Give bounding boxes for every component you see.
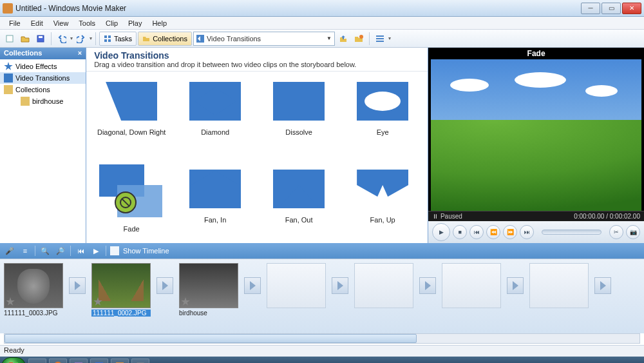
empty-clip-slot[interactable] (442, 263, 501, 308)
menu-tools[interactable]: Tools (73, 18, 100, 28)
status-bar: Ready (0, 345, 644, 357)
taskbar-app2[interactable] (131, 358, 149, 363)
show-timeline-button[interactable]: Show Timeline (123, 247, 169, 255)
collections-button[interactable]: Collections (138, 32, 192, 46)
transition-item[interactable]: Diagonal, Down Right (93, 77, 170, 162)
effects-star-icon[interactable] (93, 297, 102, 306)
tree-video-effects[interactable]: Video Effects (0, 61, 86, 72)
taskbar-app[interactable] (70, 358, 88, 363)
prev-button[interactable]: ⏮ (469, 225, 484, 239)
up-level-button[interactable] (336, 32, 350, 46)
location-dropdown[interactable]: Video Transitions ▼ (193, 32, 335, 46)
forward-button[interactable]: ⏩ (503, 225, 517, 239)
preview-status-bar: ⏸ Paused 0:00:00.00 / 0:00:02.00 (428, 211, 644, 221)
undo-button[interactable] (55, 32, 69, 46)
effects-star-icon[interactable] (181, 297, 190, 306)
play-storyboard-button[interactable]: ▶ (90, 245, 102, 257)
taskbar-moviemaker[interactable] (111, 358, 129, 363)
svg-rect-4 (108, 35, 111, 38)
menu-view[interactable]: View (48, 18, 74, 28)
transition-item[interactable]: Fan, In (176, 164, 254, 243)
zoom-in-button[interactable]: 🔍 (39, 245, 51, 257)
preview-title: Fade (428, 48, 644, 59)
folder-icon (4, 85, 13, 94)
clip-thumb[interactable] (4, 263, 63, 308)
rewind-button[interactable]: ⏪ (486, 225, 500, 239)
transitions-icon (196, 35, 204, 43)
transition-cell[interactable] (66, 263, 89, 308)
seek-bar[interactable] (542, 230, 601, 235)
timeline-icon (110, 246, 119, 255)
transition-item[interactable]: Diamond (176, 77, 254, 162)
transition-item-fade[interactable]: Fade (93, 164, 170, 243)
empty-clip-slot[interactable] (267, 263, 326, 308)
dropdown-value: Video Transitions (207, 35, 261, 43)
minimize-button[interactable]: ─ (581, 3, 600, 14)
transition-cell[interactable] (416, 263, 439, 308)
split-button[interactable]: ✂ (609, 225, 623, 239)
rewind-storyboard-button[interactable]: ⏮ (75, 245, 86, 257)
zoom-out-button[interactable]: 🔎 (55, 245, 66, 257)
storyboard-scrollbar[interactable] (4, 333, 640, 344)
svg-rect-10 (376, 38, 384, 39)
new-folder-button[interactable] (352, 32, 366, 46)
toolbar: ▾ ▾ Tasks Collections Video Transitions … (0, 30, 644, 48)
clip-thumb[interactable] (91, 263, 151, 308)
storyboard-clip[interactable]: 111111_0002.JPG (91, 263, 151, 317)
storyboard[interactable]: 111111_0003.JPG 111111_0002.JPG birdhous… (0, 259, 644, 333)
narrate-button[interactable]: 🎤 (4, 245, 15, 257)
preview-video[interactable] (431, 59, 641, 211)
taskbar-firefox[interactable] (49, 358, 67, 363)
transition-item[interactable]: Fan, Out (260, 164, 337, 243)
next-button[interactable]: ⏭ (520, 225, 534, 239)
svg-rect-5 (104, 39, 107, 42)
pause-icon: ⏸ (432, 213, 439, 220)
tasks-button[interactable]: Tasks (99, 32, 137, 46)
menu-help[interactable]: Help (147, 18, 172, 28)
new-project-button[interactable] (3, 32, 17, 46)
transition-item[interactable]: Fan, Up (344, 164, 421, 243)
star-icon (4, 62, 13, 71)
menu-clip[interactable]: Clip (100, 18, 123, 28)
preview-monitor: Fade ⏸ Paused 0:00:00.00 / 0:00:02.00 ▶ … (428, 48, 644, 243)
save-button[interactable] (33, 32, 48, 46)
transition-cell[interactable] (328, 263, 352, 308)
taskbar-explorer[interactable] (28, 358, 46, 363)
sidebar-close-button[interactable]: × (78, 49, 82, 58)
storyboard-clip[interactable]: 111111_0003.JPG (4, 263, 63, 317)
play-button[interactable]: ▶ (432, 223, 450, 241)
storyboard-clip[interactable]: birdhouse (179, 263, 238, 317)
maximize-button[interactable]: ▭ (601, 3, 621, 14)
clip-thumb[interactable] (179, 263, 238, 308)
tree-collections[interactable]: Collections (0, 84, 86, 95)
effects-star-icon[interactable] (6, 297, 15, 306)
transition-cell[interactable] (504, 263, 527, 308)
views-button[interactable] (373, 32, 387, 46)
tree-video-transitions[interactable]: Video Transitions (0, 72, 86, 84)
transition-item[interactable]: Eye (344, 77, 421, 162)
storyboard-toolbar: 🎤 ≡ 🔍 🔎 ⏮ ▶ Show Timeline (0, 243, 644, 259)
chevron-down-icon: ▼ (327, 35, 332, 41)
empty-clip-slot[interactable] (529, 263, 589, 308)
redo-button[interactable] (74, 32, 88, 46)
titlebar: Untitled - Windows Movie Maker ─ ▭ ✕ (0, 0, 644, 17)
taskbar-word[interactable]: W (90, 358, 108, 363)
svg-rect-11 (376, 41, 384, 42)
menu-file[interactable]: File (4, 18, 26, 28)
open-project-button[interactable] (18, 32, 32, 46)
tree-birdhouse[interactable]: birdhouse (0, 95, 86, 107)
menu-edit[interactable]: Edit (26, 18, 48, 28)
transition-cell[interactable] (153, 263, 176, 308)
transition-cell[interactable] (241, 263, 264, 308)
transition-cell[interactable] (591, 263, 614, 308)
menu-play[interactable]: Play (123, 18, 147, 28)
start-button[interactable] (1, 357, 26, 363)
empty-clip-slot[interactable] (354, 263, 413, 308)
transition-item[interactable]: Dissolve (260, 77, 337, 162)
preview-timecode: 0:00:00.00 / 0:00:02.00 (574, 213, 640, 220)
close-button[interactable]: ✕ (622, 3, 641, 14)
sidebar-header: Collections × (0, 48, 86, 59)
audio-levels-button[interactable]: ≡ (19, 245, 31, 257)
stop-button[interactable]: ■ (453, 225, 467, 239)
snapshot-button[interactable]: 📷 (626, 225, 640, 239)
